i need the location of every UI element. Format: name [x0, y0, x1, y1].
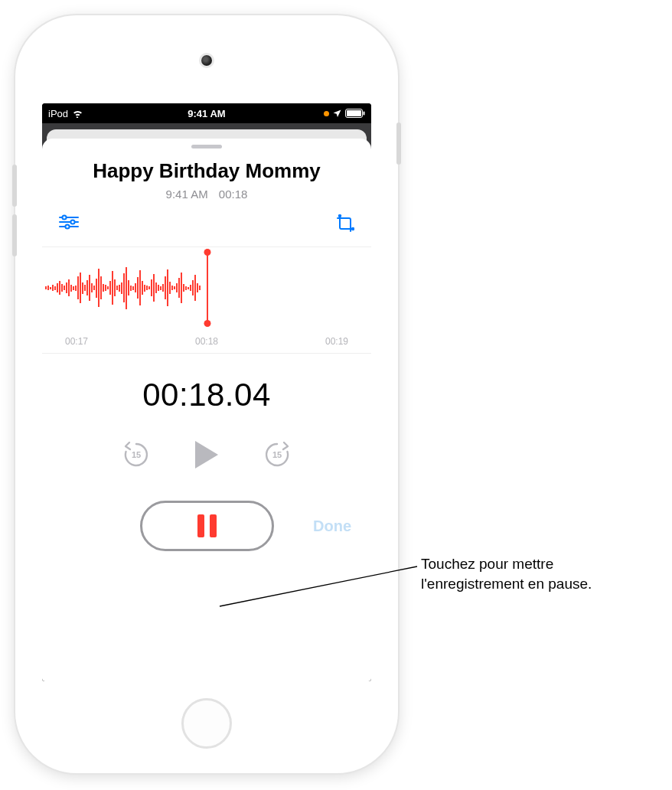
skip-back-value: 15 [132, 450, 141, 459]
sheet-grabber[interactable] [191, 145, 222, 149]
elapsed-time: 00:18.04 [42, 377, 371, 413]
bottom-row: Done [42, 501, 371, 551]
tick-right: 00:19 [325, 336, 348, 347]
device-frame: iPod 9:41 AM Happy Birthday Mommy [15, 15, 398, 773]
svg-point-8 [65, 224, 69, 228]
trim-icon[interactable] [336, 214, 354, 236]
skip-back-button[interactable]: 15 [122, 440, 151, 469]
playhead[interactable] [207, 252, 208, 324]
svg-point-10 [352, 228, 354, 230]
callout-text: Touchez pour mettre l'enregistrement en … [421, 554, 658, 593]
recording-title[interactable]: Happy Birthday Mommy [42, 159, 371, 183]
power-button[interactable] [396, 122, 401, 165]
recording-sheet: Happy Birthday Mommy 9:41 AM 00:18 [42, 139, 371, 681]
svg-point-9 [339, 215, 341, 217]
front-camera [201, 55, 212, 66]
tick-left: 00:17 [65, 336, 88, 347]
time-ticks: 00:17 00:18 00:19 [42, 336, 371, 347]
status-time: 9:41 AM [42, 108, 371, 119]
pause-button[interactable] [140, 501, 274, 551]
pause-icon [197, 514, 217, 537]
volume-down-button[interactable] [12, 214, 17, 256]
volume-up-button[interactable] [12, 165, 17, 207]
waveform[interactable]: 00:17 00:18 00:19 [42, 246, 371, 354]
svg-point-6 [70, 220, 74, 224]
recording-timestamp: 9:41 AM [166, 188, 208, 201]
skip-fwd-value: 15 [272, 450, 282, 459]
recording-meta: 9:41 AM 00:18 [42, 188, 371, 201]
status-bar: iPod 9:41 AM [42, 103, 371, 123]
svg-point-4 [62, 215, 66, 219]
tick-center: 00:18 [195, 336, 218, 347]
play-button[interactable] [193, 439, 220, 470]
recording-duration: 00:18 [219, 188, 248, 201]
settings-icon[interactable] [59, 214, 79, 236]
wave-track [42, 261, 207, 315]
transport-controls: 15 15 [42, 439, 371, 470]
home-button[interactable] [181, 698, 232, 749]
screen: iPod 9:41 AM Happy Birthday Mommy [42, 103, 371, 681]
tool-row [42, 201, 371, 243]
done-button[interactable]: Done [313, 517, 351, 535]
skip-forward-button[interactable]: 15 [263, 440, 292, 469]
